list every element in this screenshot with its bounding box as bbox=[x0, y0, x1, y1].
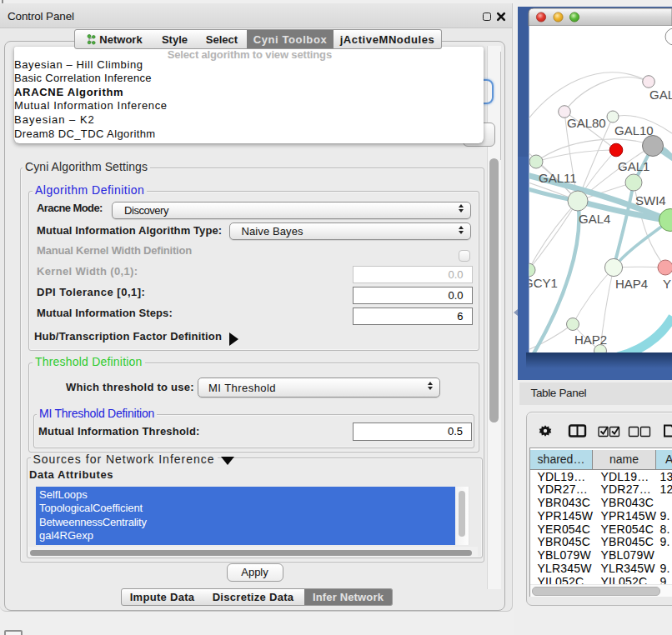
svg-text:GAL10: GAL10 bbox=[614, 123, 654, 138]
svg-text:GAL: GAL bbox=[649, 88, 672, 102]
svg-text:GAL1: GAL1 bbox=[618, 159, 649, 173]
svg-text:HAP2: HAP2 bbox=[574, 332, 607, 347]
svg-text:GAL4: GAL4 bbox=[579, 212, 610, 226]
svg-text:GAL80: GAL80 bbox=[567, 116, 606, 130]
svg-text:HAP4: HAP4 bbox=[615, 277, 648, 291]
svg-text:Y: Y bbox=[663, 277, 671, 291]
svg-text:GAL11: GAL11 bbox=[539, 171, 577, 185]
svg-text:SWI4: SWI4 bbox=[635, 193, 666, 208]
